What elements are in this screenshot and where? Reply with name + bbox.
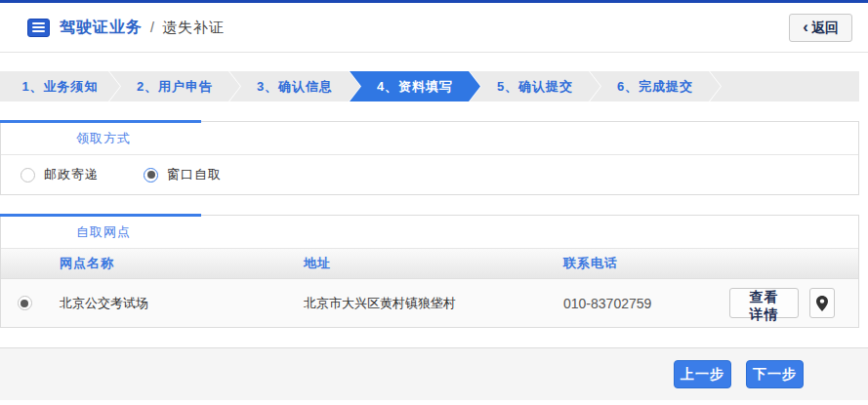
breadcrumb-separator: / bbox=[150, 20, 154, 35]
outlet-table-row[interactable]: 北京公交考试场 北京市大兴区黄村镇狼垡村 010-83702759 查看详情 bbox=[1, 279, 858, 327]
radio-unselected-icon[interactable] bbox=[21, 168, 35, 182]
outlet-name: 北京公交考试场 bbox=[48, 295, 304, 312]
step-bar-filler bbox=[710, 71, 859, 101]
active-tab-underline bbox=[0, 120, 201, 123]
step-4-fill-materials[interactable]: 4、资料填写 bbox=[350, 71, 480, 101]
step-1-business-notice[interactable]: 1、业务须知 bbox=[0, 71, 120, 101]
next-step-button[interactable]: 下一步 bbox=[746, 360, 804, 388]
view-details-button[interactable]: 查看详情 bbox=[729, 288, 799, 318]
outlet-table-header: 网点名称 地址 联系电话 bbox=[1, 249, 858, 279]
radio-selected-icon[interactable] bbox=[144, 168, 158, 182]
column-header-address: 地址 bbox=[304, 255, 563, 272]
previous-step-button[interactable]: 上一步 bbox=[674, 360, 731, 388]
radio-option-postal-label: 邮政寄递 bbox=[44, 166, 99, 183]
column-header-phone: 联系电话 bbox=[563, 255, 729, 272]
page-header: 驾驶证业务 / 遗失补证 ‹ 返回 bbox=[0, 3, 868, 53]
list-card-icon bbox=[27, 19, 50, 37]
active-tab-underline bbox=[0, 214, 201, 217]
outlet-phone: 010-83702759 bbox=[563, 296, 729, 311]
step-6-finish-submit[interactable]: 6、完成提交 bbox=[590, 71, 721, 101]
outlet-address: 北京市大兴区黄村镇狼垡村 bbox=[304, 295, 563, 312]
back-button-label: 返回 bbox=[811, 20, 839, 37]
wizard-footer: 上一步 下一步 bbox=[0, 347, 868, 400]
radio-option-postal[interactable]: 邮政寄递 bbox=[21, 166, 99, 183]
page-title: 驾驶证业务 bbox=[60, 18, 143, 38]
breadcrumb-current: 遗失补证 bbox=[162, 19, 225, 37]
chevron-left-icon: ‹ bbox=[803, 19, 808, 35]
pickup-method-tab: 领取方式 bbox=[1, 122, 858, 155]
pickup-method-section: 领取方式 邮政寄递 窗口自取 bbox=[0, 121, 859, 195]
row-actions: 查看详情 bbox=[729, 288, 858, 318]
column-header-name: 网点名称 bbox=[48, 255, 304, 272]
row-radio-selected-icon[interactable] bbox=[18, 296, 32, 310]
step-2-user-declaration[interactable]: 2、用户申告 bbox=[109, 71, 240, 101]
pickup-outlet-tab: 自取网点 bbox=[1, 216, 858, 249]
step-5-confirm-submit[interactable]: 5、确认提交 bbox=[470, 71, 600, 101]
radio-option-window-pickup-label: 窗口自取 bbox=[167, 166, 222, 183]
back-button[interactable]: ‹ 返回 bbox=[789, 14, 852, 42]
radio-option-window-pickup[interactable]: 窗口自取 bbox=[144, 166, 222, 183]
map-location-button[interactable] bbox=[809, 288, 835, 318]
pickup-method-options: 邮政寄递 窗口自取 bbox=[1, 155, 858, 194]
page: 驾驶证业务 / 遗失补证 ‹ 返回 1、业务须知 2、用户申告 3、确认信息 4… bbox=[0, 3, 868, 400]
pickup-outlet-section: 自取网点 网点名称 地址 联系电话 北京公交考试场 北京市大兴区黄村镇狼垡村 0… bbox=[0, 215, 859, 328]
location-pin-icon bbox=[816, 296, 828, 311]
step-3-confirm-info[interactable]: 3、确认信息 bbox=[229, 71, 360, 101]
row-select-cell[interactable] bbox=[1, 296, 48, 310]
step-wizard: 1、业务须知 2、用户申告 3、确认信息 4、资料填写 5、确认提交 6、完成提… bbox=[0, 71, 859, 101]
